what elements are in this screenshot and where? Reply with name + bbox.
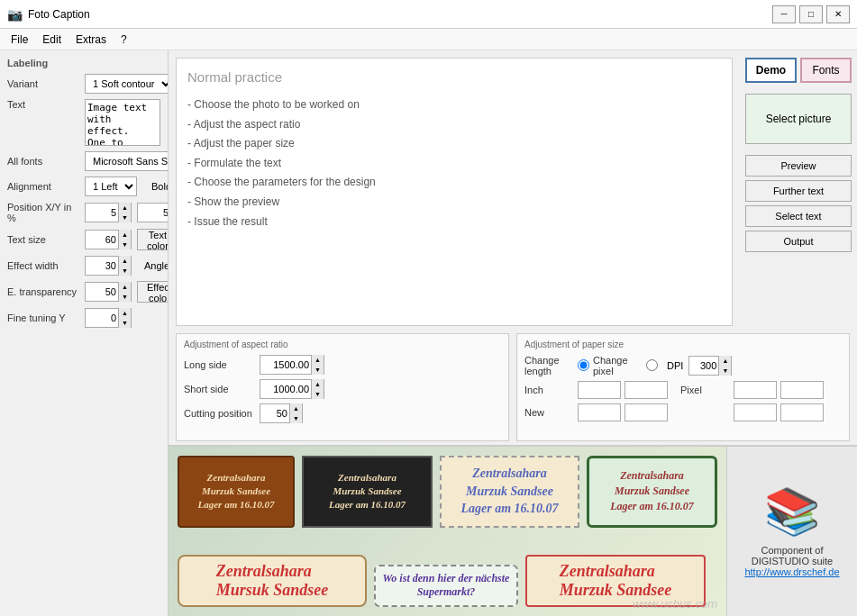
transparency-up[interactable]: ▲ — [118, 282, 131, 292]
menu-file[interactable]: File — [4, 32, 35, 48]
short-side-value[interactable]: 1000.00 — [260, 380, 311, 398]
fine-tuning-value[interactable]: 0 — [86, 309, 118, 327]
menu-edit[interactable]: Edit — [35, 32, 68, 48]
dpi-up[interactable]: ▲ — [718, 356, 731, 366]
pos-x-value[interactable]: 5 — [86, 204, 118, 222]
left-panel: Labeling Variant 1 Soft contour Text Ima… — [0, 50, 169, 616]
text-input[interactable]: Image text with effect. One to three lin… — [85, 99, 160, 146]
text-size-row: Text size 60 ▲ ▼ Text color — [7, 229, 160, 250]
effect-width-value[interactable]: 30 — [86, 257, 118, 275]
inch-1[interactable] — [578, 381, 621, 399]
menu-bar: File Edit Extras ? — [0, 29, 857, 50]
all-fonts-label: All fonts — [7, 156, 79, 167]
pos-y-value[interactable]: 5 — [138, 204, 169, 222]
pos-x-down[interactable]: ▼ — [118, 213, 131, 222]
card-2-text: ZentralsaharaMurzuk SandseeLager am 16.1… — [329, 471, 406, 512]
output-button[interactable]: Output — [745, 231, 852, 252]
cutting-up[interactable]: ▲ — [289, 403, 302, 413]
effect-row: Effect width 30 ▲ ▼ Angle -10 ▲ ▼ — [7, 256, 160, 276]
label-bottom-1: ZentralsaharaMursuk Sandsee — [178, 555, 367, 607]
text-size-down[interactable]: ▼ — [118, 240, 131, 249]
transparency-value[interactable]: 50 — [86, 283, 118, 301]
select-picture-button[interactable]: Select picture — [745, 94, 852, 144]
long-side-value[interactable]: 1500.00 — [260, 356, 311, 374]
menu-extras[interactable]: Extras — [68, 32, 114, 48]
text-size-up[interactable]: ▲ — [118, 230, 131, 240]
change-pixel-label: Change pixel — [593, 355, 643, 376]
long-side-up[interactable]: ▲ — [311, 355, 324, 365]
dpi-down[interactable]: ▼ — [718, 366, 731, 376]
menu-help[interactable]: ? — [114, 32, 134, 48]
fonts-button[interactable]: Fonts — [800, 58, 852, 83]
inch-2[interactable] — [625, 381, 668, 399]
pixel-1[interactable] — [734, 381, 777, 399]
maximize-button[interactable]: □ — [799, 5, 823, 23]
preview-title: Normal practice — [187, 69, 721, 85]
change-length-radio[interactable] — [578, 359, 589, 371]
effect-color-button[interactable]: Effect color — [137, 281, 169, 303]
fine-tuning-up[interactable]: ▲ — [118, 308, 131, 318]
text-row: Text Image text with effect. One to thre… — [7, 99, 160, 146]
bold-label: Bold — [151, 181, 169, 192]
step-5: Choose the parameters for the design — [187, 173, 721, 193]
short-side-up[interactable]: ▲ — [311, 379, 324, 389]
text-color-button[interactable]: Text color — [137, 229, 169, 250]
effect-width-spinner: 30 ▲ ▼ — [85, 256, 132, 276]
cutting-down[interactable]: ▼ — [289, 413, 302, 423]
step-4: Formulate the text — [187, 154, 721, 174]
fonts-row: All fonts Microsoft Sans Serif ▼ — [7, 151, 160, 171]
effect-width-label: Effect width — [7, 260, 79, 271]
label-card-1: ZentralsaharaMurzuk SandseeLager am 16.1… — [178, 456, 295, 528]
long-side-down[interactable]: ▼ — [311, 365, 324, 375]
dpi-value[interactable]: 300 — [689, 357, 718, 375]
cutting-label: Cutting position — [184, 408, 256, 419]
demo-button[interactable]: Demo — [745, 58, 797, 83]
pos-x-up[interactable]: ▲ — [118, 203, 131, 213]
fine-tuning-spinner: 0 ▲ ▼ — [85, 308, 132, 328]
short-side-row: Short side 1000.00 ▲ ▼ — [184, 379, 501, 399]
cutting-spinner: 50 ▲ ▼ — [260, 403, 303, 423]
preview-bottom-row: ZentralsaharaMursuk Sandsee Wo ist denn … — [178, 531, 717, 608]
further-text-button[interactable]: Further text — [745, 180, 852, 202]
new-inch-1[interactable] — [578, 403, 621, 421]
right-area: Normal practice Choose the photo to be w… — [169, 50, 857, 616]
minimize-button[interactable]: ─ — [772, 5, 796, 23]
short-side-label: Short side — [184, 384, 256, 394]
select-text-button[interactable]: Select text — [745, 205, 852, 227]
label-card-3: ZentralsaharaMurzuk SandseeLager am 16.1… — [440, 456, 579, 528]
alignment-label: Alignment — [7, 181, 79, 192]
transparency-down[interactable]: ▼ — [118, 292, 131, 302]
position-row: Position X/Y in % 5 ▲ ▼ 5 ▲ ▼ — [7, 202, 160, 223]
font-select[interactable]: Microsoft Sans Serif — [85, 151, 169, 171]
change-pixel-radio[interactable] — [646, 359, 658, 371]
fine-tuning-down[interactable]: ▼ — [118, 318, 131, 328]
variant-select[interactable]: 1 Soft contour — [85, 74, 169, 94]
step-7: Issue the result — [187, 213, 721, 232]
app-title: Foto Caption — [28, 8, 772, 21]
preview-button[interactable]: Preview — [745, 155, 852, 177]
change-length-label: Change length — [524, 355, 574, 376]
effect-width-down[interactable]: ▼ — [118, 266, 131, 276]
website-link[interactable]: http://www.drschef.de — [744, 566, 839, 577]
new-pixel-2[interactable] — [780, 403, 824, 421]
label-card-2: ZentralsaharaMurzuk SandseeLager am 16.1… — [302, 456, 433, 528]
new-pixel-1[interactable] — [734, 403, 777, 421]
paper-size-title: Adjustment of paper size — [524, 340, 842, 349]
new-inch-2[interactable] — [625, 403, 668, 421]
title-bar: 📷 Foto Caption ─ □ ✕ — [0, 0, 857, 29]
dpi-label: DPI — [667, 360, 683, 371]
preview-area: Normal practice Choose the photo to be w… — [176, 58, 733, 326]
short-side-down[interactable]: ▼ — [311, 389, 324, 399]
cutting-value[interactable]: 50 — [260, 404, 289, 422]
effect-width-up[interactable]: ▲ — [118, 256, 131, 266]
pixel-2[interactable] — [780, 381, 824, 399]
close-button[interactable]: ✕ — [826, 5, 850, 23]
labeling-label: Labeling — [7, 58, 160, 68]
e-transparency-label: E. transparency — [7, 286, 79, 297]
aspect-ratio-title: Adjustment of aspect ratio — [184, 340, 501, 349]
dpi-spinner: 300 ▲ ▼ — [688, 356, 732, 376]
text-size-value[interactable]: 60 — [86, 231, 118, 249]
cutting-row: Cutting position 50 ▲ ▼ — [184, 403, 501, 423]
alignment-select[interactable]: 1 Left — [85, 177, 137, 196]
variant-row: Variant 1 Soft contour — [7, 74, 160, 94]
